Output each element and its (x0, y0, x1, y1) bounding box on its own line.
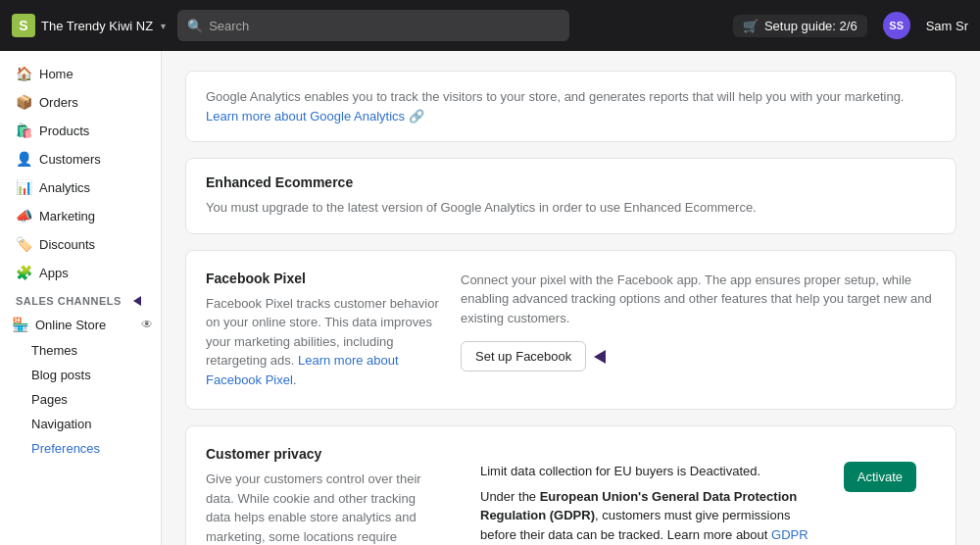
facebook-pixel-desc: Facebook Pixel tracks customer behavior … (206, 294, 441, 390)
sidebar-item-apps[interactable]: 🧩 Apps (4, 259, 157, 286)
top-navigation: S The Trendy Kiwi NZ ▾ 🔍 Search 🛒 Setup … (0, 0, 980, 51)
sidebar-subitem-preferences[interactable]: Preferences (0, 436, 161, 461)
google-analytics-partial: Google Analytics enables you to track th… (185, 71, 956, 142)
sidebar-label-home: Home (39, 67, 74, 81)
gdpr-eu-text: Limit data collection for EU buyers is D… (480, 462, 828, 545)
setup-facebook-button[interactable]: Set up Facebook (461, 341, 586, 372)
sidebar-item-home[interactable]: 🏠 Home (4, 60, 157, 87)
sidebar-subitem-navigation[interactable]: Navigation (0, 412, 161, 436)
preferences-label: Preferences (31, 441, 100, 456)
products-icon: 🛍️ (16, 123, 31, 138)
sidebar-label-customers: Customers (39, 152, 101, 167)
orders-icon: 📦 (16, 94, 31, 110)
sidebar-subitem-pages[interactable]: Pages (0, 387, 161, 412)
apps-icon: 🧩 (16, 265, 31, 280)
shopify-icon: S (12, 14, 35, 37)
enhanced-ecommerce-card: Enhanced Ecommerce You must upgrade to t… (185, 158, 956, 234)
customer-privacy-desc: Give your customers control over their d… (206, 470, 441, 545)
online-store-label: Online Store (35, 318, 106, 332)
sidebar-item-products[interactable]: 🛍️ Products (4, 117, 157, 144)
customers-icon: 👤 (16, 151, 31, 167)
customer-privacy-left: Customer privacy Give your customers con… (206, 446, 441, 545)
nav-right: 🛒 Setup guide: 2/6 SS Sam Sr (733, 12, 968, 39)
main-layout: 🏠 Home 📦 Orders 🛍️ Products 👤 Customers … (0, 51, 980, 545)
store-logo[interactable]: S The Trendy Kiwi NZ ▾ (12, 14, 166, 37)
google-analytics-link[interactable]: Learn more about Google Analytics (206, 109, 405, 124)
sales-channels-label: Sales channels (16, 295, 122, 307)
eu-title-text: Limit data collection for EU buyers is D… (480, 464, 760, 478)
avatar[interactable]: SS (883, 12, 910, 39)
setup-guide-label: Setup guide: 2/6 (764, 19, 858, 33)
setup-guide-button[interactable]: 🛒 Setup guide: 2/6 (733, 15, 867, 37)
gdpr-eu-row: Limit data collection for EU buyers is D… (461, 446, 936, 545)
facebook-pixel-title: Facebook Pixel (206, 271, 441, 286)
analytics-icon: 📊 (16, 179, 31, 195)
search-icon: 🔍 (187, 19, 203, 33)
sidebar-item-discounts[interactable]: 🏷️ Discounts (4, 230, 157, 258)
enhanced-ecommerce-title: Enhanced Ecommerce (206, 174, 936, 190)
online-store-icon: 🏪 (12, 317, 27, 332)
sidebar-label-apps: Apps (39, 266, 69, 280)
sidebar-label-orders: Orders (39, 95, 78, 110)
eu-desc-prefix: Under the (480, 489, 540, 504)
sidebar-item-marketing[interactable]: 📣 Marketing (4, 202, 157, 229)
facebook-pixel-row: Facebook Pixel Facebook Pixel tracks cus… (186, 251, 956, 410)
home-icon: 🏠 (16, 66, 31, 81)
sidebar-item-orders[interactable]: 📦 Orders (4, 88, 157, 116)
marketing-icon: 📣 (16, 208, 31, 223)
eye-icon[interactable]: 👁 (141, 318, 153, 331)
setup-facebook-container: Set up Facebook (461, 341, 936, 372)
themes-label: Themes (31, 343, 77, 358)
customer-privacy-top-row: Customer privacy Give your customers con… (186, 426, 956, 545)
online-store-left: 🏪 Online Store (12, 317, 106, 332)
customer-privacy-desc-text: Give your customers control over their d… (206, 471, 439, 545)
sidebar-label-analytics: Analytics (39, 180, 90, 195)
search-bar[interactable]: 🔍 Search (177, 10, 569, 41)
customer-privacy-card: Customer privacy Give your customers con… (185, 425, 956, 545)
pages-label: Pages (31, 392, 68, 407)
sidebar-item-online-store[interactable]: 🏪 Online Store 👁 (0, 311, 161, 338)
customer-privacy-title: Customer privacy (206, 446, 441, 462)
customer-privacy-right: Limit data collection for EU buyers is D… (461, 446, 936, 545)
store-dropdown-chevron: ▾ (161, 21, 166, 31)
sidebar-item-customers[interactable]: 👤 Customers (4, 145, 157, 173)
sidebar-subitem-themes[interactable]: Themes (0, 338, 161, 363)
sidebar: 🏠 Home 📦 Orders 🛍️ Products 👤 Customers … (0, 51, 162, 545)
sidebar-subitem-blog-posts[interactable]: Blog posts (0, 363, 161, 387)
navigation-label: Navigation (31, 417, 91, 431)
search-placeholder: Search (209, 19, 249, 33)
cart-icon: 🛒 (743, 19, 759, 33)
blog-posts-label: Blog posts (31, 368, 91, 382)
store-name: The Trendy Kiwi NZ (41, 19, 153, 33)
sidebar-label-discounts: Discounts (39, 237, 95, 252)
facebook-pixel-right: Connect your pixel with the Facebook app… (461, 271, 936, 390)
facebook-pixel-card: Facebook Pixel Facebook Pixel tracks cus… (185, 250, 956, 411)
activate-eu-button[interactable]: Activate (844, 462, 916, 492)
eu-title: Limit data collection for EU buyers is D… (480, 462, 828, 481)
sales-channels-section: Sales channels (0, 287, 161, 311)
discounts-icon: 🏷️ (16, 236, 31, 252)
google-analytics-desc: Google Analytics enables you to track th… (206, 89, 904, 104)
facebook-pixel-right-desc: Connect your pixel with the Facebook app… (461, 271, 936, 328)
facebook-pixel-left: Facebook Pixel Facebook Pixel tracks cus… (206, 271, 441, 390)
user-name: Sam Sr (926, 19, 968, 33)
sidebar-label-marketing: Marketing (39, 209, 95, 223)
enhanced-ecommerce-desc: You must upgrade to the latest version o… (206, 198, 936, 218)
sidebar-item-analytics[interactable]: 📊 Analytics (4, 173, 157, 201)
main-content: Google Analytics enables you to track th… (162, 51, 980, 545)
sidebar-label-products: Products (39, 124, 89, 138)
facebook-arrow-indicator (594, 350, 606, 364)
sales-channels-arrow (133, 296, 141, 306)
